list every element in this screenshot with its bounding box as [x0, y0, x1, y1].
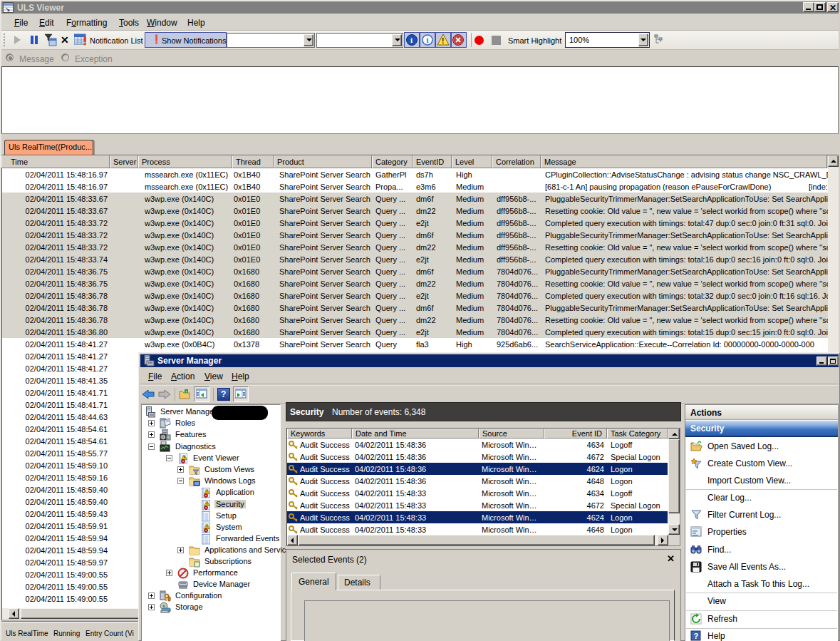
svg-text:i: i: [410, 36, 413, 44]
svg-text:i: i: [427, 36, 429, 44]
svg-text:?: ?: [694, 632, 699, 640]
svg-text:!: !: [442, 37, 444, 45]
